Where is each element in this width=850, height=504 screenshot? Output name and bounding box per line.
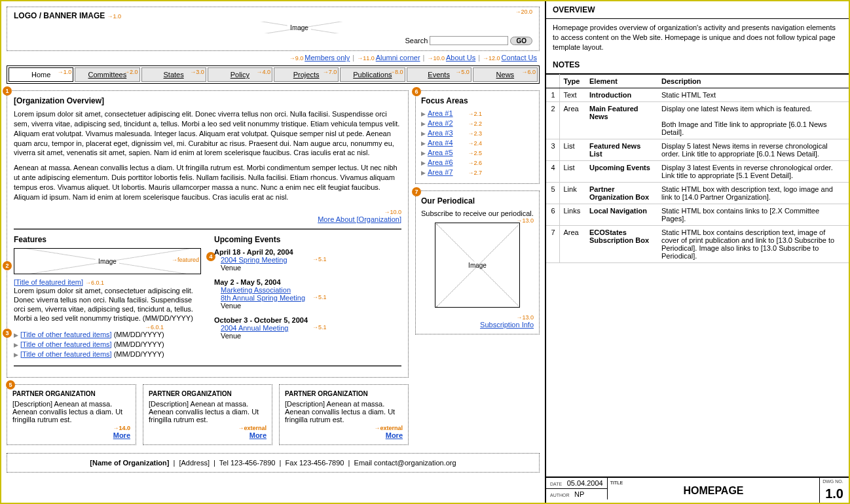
triangle-icon: ▶ — [421, 111, 426, 117]
events-heading: Upcoming Events — [214, 235, 401, 244]
tab-states[interactable]: 3.0States — [141, 67, 206, 82]
table-row: 5LinkPartner Organization BoxStatic HTML… — [546, 182, 849, 204]
toplink-alumni-corner[interactable]: Alumni corner — [376, 54, 420, 62]
triangle-icon: ▶ — [14, 351, 18, 358]
list-item: ▶[Title of other featured items] (MM/DD/… — [14, 350, 201, 358]
list-item: ▶[Title of other featured items] (MM/DD/… — [14, 331, 201, 338]
title-block: DATE 05.04.2004 AUTHOR NP TITLE HOMEPAGE… — [546, 477, 849, 503]
main-nav: 1.0Home2.0Committees3.0States4.0Policy7.… — [7, 65, 540, 84]
overview-box: 1 [Organization Overview] Lorem ipsum do… — [7, 90, 409, 378]
featured-item-link[interactable]: [Title of other featured items] — [20, 331, 112, 338]
badge-1: 1 — [3, 86, 12, 96]
partner-box: PARTNER ORGANIZATION [Description] Aenea… — [143, 384, 272, 445]
toplink-members-only[interactable]: Members only — [305, 54, 350, 62]
tab-policy[interactable]: 4.0Policy — [208, 67, 272, 82]
toplink-about-us[interactable]: About Us — [446, 54, 475, 62]
table-row: 1TextIntroductionStatic HTML Text — [546, 88, 849, 101]
triangle-icon: ▶ — [14, 332, 18, 338]
table-row: 2AreaMain Featured NewsDisplay one lates… — [546, 101, 849, 139]
event-item: April 18 - April 20, 20042004 Spring Mee… — [214, 248, 401, 272]
list-item: ▶Area #4 2.4 — [421, 139, 534, 147]
table-row: 6LinksLocal NavigationStatic HTML box co… — [546, 204, 849, 225]
list-item: ▶Area #3 2.3 — [421, 129, 534, 137]
list-item: ▶Area #1 2.1 — [421, 109, 534, 117]
badge-6: 6 — [412, 87, 421, 96]
list-item: ▶[Title of other featured items] (MM/DD/… — [14, 340, 201, 348]
subscription-link[interactable]: Subscription Info — [480, 321, 534, 329]
triangle-icon: ▶ — [14, 342, 18, 348]
focus-area-link[interactable]: Area #5 — [428, 149, 453, 156]
focus-area-link[interactable]: Area #7 — [428, 168, 453, 176]
table-row: 4ListUpcoming EventsDisplay 3 latest Eve… — [546, 160, 849, 182]
banner-title: LOGO / BANNER IMAGE — [14, 11, 105, 20]
featured-item-link[interactable]: [Title of other featured items] — [20, 340, 112, 348]
focus-area-link[interactable]: Area #3 — [428, 129, 453, 137]
partners-row: 5 PARTNER ORGANIZATION [Description] Aen… — [7, 384, 409, 445]
toplink-contact-us[interactable]: Contact Us — [502, 54, 537, 62]
tab-committees[interactable]: 2.0Committees — [75, 67, 139, 82]
partner-more-link[interactable]: More — [113, 431, 130, 439]
tab-events[interactable]: 5.0Events — [407, 67, 471, 82]
partner-more-link[interactable]: More — [386, 431, 403, 439]
triangle-icon: ▶ — [421, 150, 426, 156]
focus-area-link[interactable]: Area #4 — [428, 139, 453, 147]
partner-box: PARTNER ORGANIZATION [Description] Aenea… — [279, 384, 409, 445]
tab-projects[interactable]: 7.0Projects — [274, 67, 339, 82]
page-title: HOMEPAGE — [683, 485, 743, 496]
triangle-icon: ▶ — [421, 160, 426, 166]
list-item: ▶Area #2 2.2 — [421, 119, 534, 127]
notes-sidebar: OVERVIEW Homepage provides overview of o… — [545, 1, 849, 503]
periodical-box: 7 Our Periodical Subscribe to receive ou… — [415, 190, 540, 334]
focus-area-link[interactable]: Area #2 — [428, 119, 453, 127]
triangle-icon: ▶ — [421, 140, 426, 147]
tab-publications[interactable]: 8.0Publications — [340, 67, 405, 82]
featured-item-link[interactable]: [Title of other featured items] — [20, 350, 112, 358]
banner: LOGO / BANNER IMAGE 1.0 Image 20.0 Searc… — [7, 7, 540, 51]
partner-box: PARTNER ORGANIZATION [Description] Aenea… — [7, 384, 136, 445]
list-item: ▶Area #6 2.6 — [421, 158, 534, 166]
table-row: 7AreaECOStates Subscription BoxStatic HT… — [546, 225, 849, 262]
overview-heading: [Organization Overview] — [14, 96, 401, 105]
notes-table: Type Element Description 1TextIntroducti… — [546, 74, 849, 263]
features-heading: Features — [14, 235, 201, 244]
periodical-heading: Our Periodical — [421, 196, 534, 206]
sb-overview-heading: OVERVIEW — [546, 1, 849, 19]
event-link[interactable]: 2004 Annual Meeting — [221, 324, 288, 332]
drawing-number: 1.0 — [820, 485, 849, 503]
image-placeholder-label: Image — [287, 24, 311, 31]
more-about-link[interactable]: More About [Organization] — [318, 215, 401, 223]
featured-image[interactable]: Image featured — [14, 248, 201, 274]
event-item: May 2 - May 5, 2004Marketing Association… — [214, 278, 401, 310]
focus-heading: Focus Areas — [421, 96, 534, 105]
featured-title-link[interactable]: [Title of featured item] — [14, 278, 83, 286]
event-link[interactable]: 2004 Spring Meeting — [221, 256, 287, 264]
sb-notes-heading: NOTES — [546, 56, 849, 74]
badge-3: 3 — [3, 329, 12, 338]
search-label: Search — [405, 37, 428, 45]
event-item: October 3 - October 5, 20042004 Annual M… — [214, 316, 401, 340]
partner-more-link[interactable]: More — [249, 431, 267, 439]
go-button[interactable]: GO — [510, 37, 532, 45]
focus-areas-box: 6 Focus Areas ▶Area #1 2.1▶Area #2 2.2▶A… — [415, 90, 540, 184]
tab-home[interactable]: 1.0Home — [9, 67, 73, 82]
search-input[interactable] — [430, 36, 508, 45]
badge-7: 7 — [412, 187, 421, 196]
triangle-icon: ▶ — [421, 170, 426, 176]
triangle-icon: ▶ — [421, 120, 426, 127]
periodical-image[interactable]: Image — [435, 223, 520, 308]
focus-area-link[interactable]: Area #6 — [428, 158, 453, 166]
triangle-icon: ▶ — [421, 130, 426, 137]
list-item: ▶Area #7 2.7 — [421, 168, 534, 176]
event-link[interactable]: 8th Annual Spring Meeting — [221, 294, 305, 302]
tab-news[interactable]: 6.0News — [473, 67, 538, 82]
footer: [Name of Organization] | [Address] | Tel… — [7, 453, 540, 473]
focus-area-link[interactable]: Area #1 — [428, 109, 453, 117]
table-row: 3ListFeatured News ListDisplay 5 latest … — [546, 139, 849, 160]
event-link[interactable]: Marketing Association — [221, 286, 291, 294]
top-links: 9.0Members only|11.0Alumni corner|10.0Ab… — [7, 54, 537, 62]
badge-5: 5 — [6, 380, 15, 389]
list-item: ▶Area #5 2.5 — [421, 149, 534, 156]
badge-2: 2 — [3, 261, 12, 270]
